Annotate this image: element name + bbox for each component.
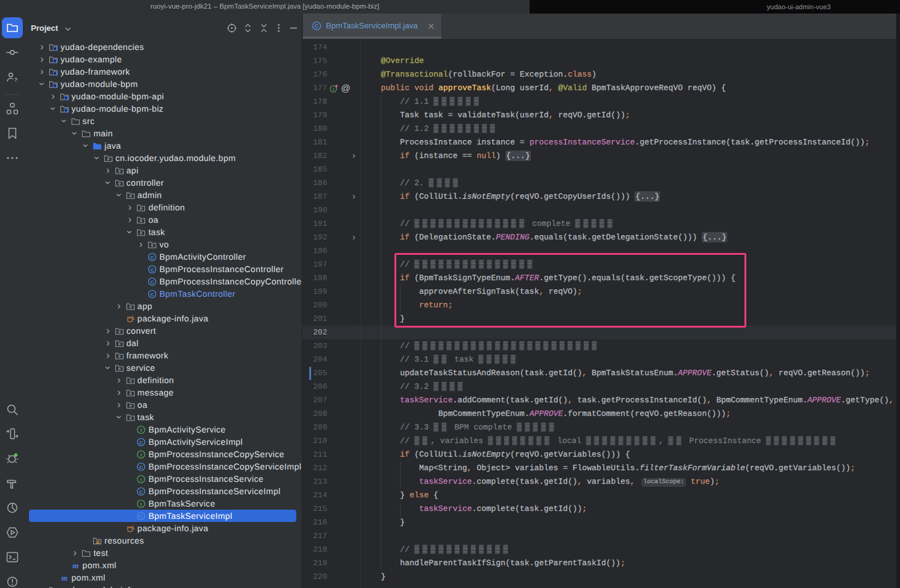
svg-text:m: m (72, 561, 78, 569)
svg-text:C: C (140, 439, 143, 445)
svg-text:I: I (141, 452, 142, 457)
svg-text:C: C (140, 513, 143, 519)
svg-text:I: I (333, 86, 334, 92)
svg-text:I: I (141, 427, 142, 433)
svg-text:C: C (151, 279, 154, 284)
svg-text:C: C (151, 291, 154, 297)
svg-text:I: I (141, 501, 142, 507)
svg-text:I: I (141, 476, 142, 482)
svg-text:C: C (151, 254, 154, 260)
svg-text:C: C (140, 464, 143, 470)
svg-text:C: C (140, 489, 143, 494)
svg-text:C: C (151, 267, 154, 272)
svg-text:m: m (61, 573, 67, 582)
svg-text:?: ? (14, 77, 17, 83)
